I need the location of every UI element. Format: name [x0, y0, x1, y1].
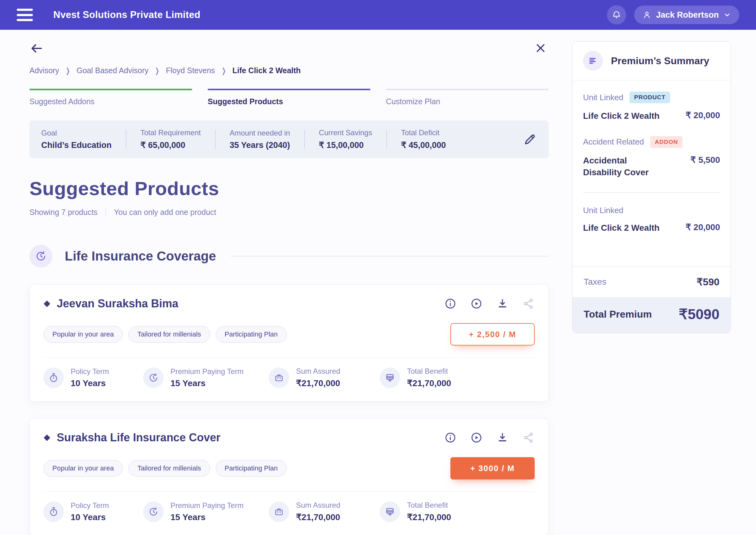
addon-badge: ADDON	[650, 136, 683, 148]
step-progress-bar	[208, 89, 370, 90]
play-icon[interactable]	[470, 297, 483, 310]
stepper: Suggested Addons Suggested Products Cust…	[29, 89, 549, 106]
download-icon[interactable]	[496, 432, 509, 444]
clock-refresh-icon	[143, 501, 164, 522]
section-title: Life Insurance Coverage	[65, 249, 216, 264]
product-card-jeevan-suraksha-bima: Jeevan Suraksha Bima Popular in your are…	[29, 284, 549, 402]
add-product-price-button[interactable]: + 3000 / M	[450, 457, 535, 479]
info-icon[interactable]	[444, 432, 457, 444]
breadcrumb-advisory[interactable]: Advisory	[29, 66, 59, 75]
products-note: You can only add one product	[114, 208, 216, 217]
info-icon[interactable]	[444, 297, 457, 310]
close-icon[interactable]	[534, 42, 547, 54]
divider	[126, 130, 126, 149]
stopwatch-icon	[43, 501, 64, 522]
premium-paying-term-stat: Premium Paying Term 15 Years	[143, 367, 269, 388]
total-benefit-stat: Total Benefit ₹21,70,000	[380, 501, 451, 522]
panel-title: Premium’s Summary	[611, 55, 709, 67]
entry-category: Unit Linked PRODUCT	[583, 92, 720, 103]
total-requirement-item: Total Requirement ₹ 65,00,000	[140, 128, 215, 150]
divider	[231, 256, 549, 257]
product-tag: Popular in your area	[43, 460, 123, 477]
diamond-icon	[44, 300, 50, 307]
breadcrumb: Advisory ❯ Goal Based Advisory ❯ Floyd S…	[29, 66, 549, 75]
company-title: Nvest Solutions Private Limited	[53, 9, 200, 20]
taxes-row: Taxes ₹590	[573, 267, 731, 297]
product-badge: PRODUCT	[630, 92, 670, 103]
section-life-insurance-coverage: Life Insurance Coverage	[29, 245, 549, 268]
product-tag: Tailored for millenials	[128, 460, 210, 477]
bell-icon	[611, 10, 621, 20]
sum-assured-stat: Sum Assured ₹21,70,000	[269, 367, 380, 388]
award-ribbon-icon	[380, 501, 400, 522]
product-tag: Tailored for millenials	[128, 326, 210, 343]
briefcase-icon	[269, 501, 289, 522]
share-icon[interactable]	[522, 297, 535, 310]
play-icon[interactable]	[470, 432, 483, 444]
user-menu[interactable]: Jack Robertson	[634, 6, 739, 24]
entry-category: Accident Related ADDON	[583, 136, 720, 148]
notifications-button[interactable]	[607, 5, 626, 24]
add-product-price-button[interactable]: + 2,500 / M	[450, 323, 535, 346]
chevron-down-icon	[723, 11, 731, 19]
summary-entry: Life Click 2 Wealth ₹ 20,000	[583, 110, 720, 122]
product-tag: Participating Plan	[216, 460, 287, 477]
divider	[583, 192, 720, 193]
breadcrumb-client[interactable]: Floyd Stevens	[166, 66, 215, 75]
tab-suggested-addons[interactable]: Suggested Addons	[29, 89, 192, 106]
divider	[387, 130, 387, 149]
chevron-right-icon: ❯	[155, 66, 159, 75]
briefcase-icon	[269, 368, 289, 388]
clock-refresh-icon	[143, 368, 164, 388]
current-savings-item: Current Savings ₹ 15,00,000	[319, 128, 387, 150]
policy-term-stat: Policy Term 10 Years	[43, 501, 143, 522]
divider	[106, 208, 106, 217]
chevron-right-icon: ❯	[66, 66, 70, 75]
total-benefit-stat: Total Benefit ₹21,70,000	[380, 367, 451, 388]
tab-suggested-products[interactable]: Suggested Products	[208, 89, 370, 106]
showing-count: Showing 7 products	[29, 208, 98, 217]
clock-refresh-icon	[29, 245, 52, 268]
goal-summary-bar: Goal Child’s Education Total Requirement…	[29, 120, 549, 158]
products-meta: Showing 7 products You can only add one …	[29, 208, 549, 217]
sum-assured-stat: Sum Assured ₹21,70,000	[269, 501, 380, 522]
app-header: Nvest Solutions Private Limited Jack Rob…	[0, 0, 756, 30]
product-tag: Participating Plan	[216, 326, 287, 343]
goal-item: Goal Child’s Education	[41, 129, 126, 150]
diamond-icon	[44, 434, 50, 441]
premium-paying-term-stat: Premium Paying Term 15 Years	[143, 501, 269, 522]
step-progress-bar	[386, 89, 549, 90]
edit-pencil-icon[interactable]	[523, 132, 537, 146]
summary-entry: Accidental Disability Cover ₹ 5,500	[583, 155, 720, 178]
tab-customize-plan[interactable]: Customize Plan	[386, 89, 549, 106]
amount-needed-item: Amount needed in 35 Years (2040)	[230, 129, 304, 150]
stopwatch-icon	[43, 368, 64, 388]
divider	[304, 130, 305, 149]
product-name: Jeevan Suraksha Bima	[57, 297, 178, 310]
step-progress-bar	[29, 89, 192, 90]
product-tag: Popular in your area	[43, 326, 123, 343]
breadcrumb-goal-based-advisory[interactable]: Goal Based Advisory	[77, 66, 148, 75]
divider	[215, 130, 215, 149]
back-button[interactable]	[29, 41, 44, 56]
share-icon[interactable]	[522, 432, 535, 444]
policy-term-stat: Policy Term 10 Years	[43, 367, 143, 388]
product-name: Suraksha Life Insurance Cover	[57, 431, 220, 444]
breadcrumb-current: Life Click 2 Wealth	[232, 66, 301, 75]
user-name: Jack Robertson	[656, 10, 719, 20]
award-ribbon-icon	[380, 368, 400, 388]
summary-entry: Life Click 2 Wealth ₹ 20,000	[583, 222, 720, 234]
premium-summary-panel: Premium’s Summary Unit Linked PRODUCT Li…	[572, 41, 731, 333]
download-icon[interactable]	[496, 297, 509, 310]
list-icon	[583, 51, 603, 71]
entry-category: Unit Linked	[583, 206, 720, 215]
user-icon	[642, 10, 652, 19]
total-deficit-item: Total Deficit ₹ 45,00,000	[401, 128, 460, 150]
hamburger-menu-icon[interactable]	[17, 9, 33, 21]
total-premium-row: Total Premium ₹5090	[573, 297, 731, 333]
chevron-right-icon: ❯	[222, 66, 226, 75]
page-title: Suggested Products	[29, 178, 549, 199]
product-card-suraksha-life-insurance-cover: Suraksha Life Insurance Cover Popular in…	[29, 418, 549, 535]
